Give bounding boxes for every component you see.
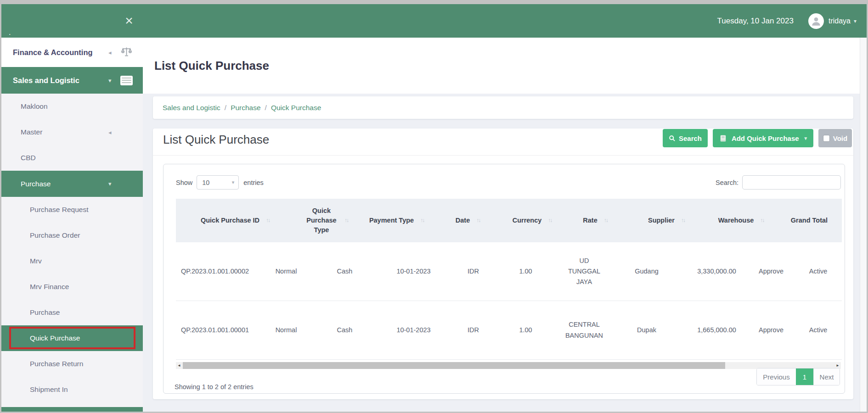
cell-supplier: UD TUNGGAL JAYA xyxy=(561,242,608,301)
sort-icon[interactable]: ↑↓ xyxy=(476,217,480,224)
cell-rate: 1.00 xyxy=(490,301,561,359)
book-icon xyxy=(719,134,727,142)
datatable-panel: Show 10 ▾ entries Search: Quick Purchase… xyxy=(163,164,845,394)
column-header-quick-purchase-id[interactable]: Quick Purchase ID ↑↓ xyxy=(176,199,294,242)
cell-status: Approve xyxy=(748,301,795,359)
sort-icon[interactable]: ↑↓ xyxy=(266,217,270,224)
cell-quick-purchase-id: QP.2023.01.001.00002 xyxy=(176,242,254,301)
sidebar-item-mrv[interactable]: Mrv xyxy=(1,248,143,274)
balance-scale-icon xyxy=(120,45,133,60)
cell-warehouse: Gudang xyxy=(608,242,686,301)
logo-dot: . xyxy=(9,31,11,34)
table-body: QP.2023.01.001.00002 Normal Cash 10-01-2… xyxy=(176,242,842,360)
select-caret-icon: ▾ xyxy=(232,179,235,185)
sidebar-close-icon[interactable]: × xyxy=(120,11,138,31)
module-grid-icon xyxy=(120,76,133,85)
add-quick-purchase-button[interactable]: Add Quick Purchase ▾ xyxy=(713,129,813,147)
sidebar-item-purchase-return[interactable]: Purchase Return xyxy=(1,351,143,377)
page-title: List Quick Purchase xyxy=(154,59,269,73)
column-header-date[interactable]: Date ↑↓ xyxy=(434,199,501,242)
table-search-input[interactable] xyxy=(742,175,841,190)
sort-icon[interactable]: ↑↓ xyxy=(420,217,424,224)
user-menu-caret-icon[interactable]: ▾ xyxy=(854,18,857,24)
cell-rate: 1.00 xyxy=(490,242,561,301)
cell-warehouse: Dupak xyxy=(608,301,686,359)
add-dropdown-caret-icon: ▾ xyxy=(805,135,807,141)
sidebar-item-shipment-in[interactable]: Shipment In xyxy=(1,377,143,402)
sidebar-item-purchase-request[interactable]: Purchase Request xyxy=(1,197,143,223)
cell-quick-purchase-type: Normal xyxy=(254,242,318,301)
page-1-button[interactable]: 1 xyxy=(796,368,813,385)
chevron-down-icon: ▾ xyxy=(108,180,112,187)
sidebar-item-purchase[interactable]: Purchase xyxy=(1,300,143,325)
horizontal-scrollbar[interactable]: ◄ ► xyxy=(176,362,841,369)
sidebar-next-section-strip xyxy=(1,407,143,412)
breadcrumb-purchase[interactable]: Purchase xyxy=(231,104,260,112)
scroll-left-icon[interactable]: ◄ xyxy=(176,362,182,369)
sidebar-item-master[interactable]: Master ◂ xyxy=(1,119,143,145)
sidebar-item-purchase-order[interactable]: Purchase Order xyxy=(1,223,143,248)
top-bar: . × Tuesday, 10 Jan 2023 tridaya ▾ xyxy=(1,4,867,38)
cell-grand-total: 1,665,000.00 xyxy=(686,301,748,359)
search-button[interactable]: Search xyxy=(663,129,708,147)
void-button[interactable]: Void xyxy=(818,129,852,147)
person-icon xyxy=(810,15,822,27)
sidebar-item-cbd[interactable]: CBD xyxy=(1,145,143,171)
sort-icon[interactable]: ↑↓ xyxy=(760,217,764,224)
sidebar-item-mrv-finance[interactable]: Mrv Finance xyxy=(1,274,143,300)
cell-date: 10-01-2023 xyxy=(371,242,456,301)
chevron-down-icon[interactable]: ▾ xyxy=(108,77,112,84)
previous-page-button[interactable]: Previous xyxy=(757,368,796,385)
column-header-payment-type[interactable]: Payment Type ↑↓ xyxy=(359,199,434,242)
breadcrumb-sales-and-logistic[interactable]: Sales and Logistic xyxy=(163,104,220,112)
entries-info: Showing 1 to 2 of 2 entries xyxy=(175,383,254,391)
sidebar-section-sales-and-logistic[interactable]: Sales and Logistic ▾ xyxy=(1,67,143,94)
collapse-caret-icon[interactable]: ◂ xyxy=(108,49,112,56)
magnifier-icon xyxy=(669,135,676,142)
avatar[interactable] xyxy=(808,13,824,29)
cell-grand-total: 3,330,000.00 xyxy=(686,242,748,301)
card-heading: List Quick Purchase xyxy=(163,133,269,147)
cell-active: Active xyxy=(795,242,842,301)
sidebar-item-makloon[interactable]: Makloon xyxy=(1,94,143,119)
scrollbar-thumb[interactable] xyxy=(183,362,725,369)
cell-supplier: CENTRAL BANGUNAN xyxy=(561,301,608,359)
sidebar-group-purchase[interactable]: Purchase ▾ xyxy=(1,171,143,197)
sidebar: Finance & Accounting ◂ Sales and Logisti… xyxy=(1,38,143,412)
page-size-select[interactable]: 10 ▾ xyxy=(197,175,239,190)
column-header-quick-purchase-type[interactable]: Quick Purchase Type ↑↓ xyxy=(294,199,359,242)
void-checkbox-icon xyxy=(823,135,830,142)
list-card: List Quick Purchase Search Add Quick Pur… xyxy=(153,128,853,399)
cell-payment-type: Cash xyxy=(318,242,371,301)
table-header-row: Quick Purchase ID ↑↓ Quick Purchase Type… xyxy=(176,199,842,242)
sort-icon[interactable]: ↑↓ xyxy=(344,217,348,224)
sidebar-item-quick-purchase[interactable]: Quick Purchase xyxy=(1,325,143,351)
sort-icon[interactable]: ↑↓ xyxy=(681,217,685,224)
cell-date: 10-01-2023 xyxy=(371,301,456,359)
column-header-warehouse[interactable]: Warehouse ↑↓ xyxy=(705,199,777,242)
pagination: Previous 1 Next xyxy=(756,368,840,385)
page-header: List Quick Purchase xyxy=(143,38,867,94)
sort-icon[interactable]: ↑↓ xyxy=(604,217,608,224)
table-row[interactable]: QP.2023.01.001.00001 Normal Cash 10-01-2… xyxy=(176,301,842,360)
column-header-rate[interactable]: Rate ↑↓ xyxy=(563,199,627,242)
cell-active: Active xyxy=(795,301,842,359)
vertical-scrollbar-track[interactable] xyxy=(860,38,867,412)
column-header-currency[interactable]: Currency ↑↓ xyxy=(501,199,563,242)
breadcrumb: Sales and Logistic / Purchase / Quick Pu… xyxy=(153,96,853,119)
column-header-supplier[interactable]: Supplier ↑↓ xyxy=(627,199,705,242)
sidebar-module-title[interactable]: Finance & Accounting ◂ xyxy=(1,38,143,67)
table-row[interactable]: QP.2023.01.001.00002 Normal Cash 10-01-2… xyxy=(176,242,842,301)
show-label: Show xyxy=(176,179,192,186)
cell-status: Approve xyxy=(748,242,795,301)
table-search-label: Search: xyxy=(716,179,738,186)
sort-icon[interactable]: ↑↓ xyxy=(548,217,552,224)
main-content: List Quick Purchase Sales and Logistic /… xyxy=(143,38,867,412)
cell-quick-purchase-id: QP.2023.01.001.00001 xyxy=(176,301,254,359)
column-header-grand-total[interactable]: Grand Total xyxy=(777,199,842,242)
current-date: Tuesday, 10 Jan 2023 xyxy=(717,17,794,26)
next-page-button[interactable]: Next xyxy=(813,368,840,385)
breadcrumb-quick-purchase[interactable]: Quick Purchase xyxy=(271,104,321,112)
username[interactable]: tridaya xyxy=(829,17,851,25)
entries-label: entries xyxy=(243,179,264,186)
